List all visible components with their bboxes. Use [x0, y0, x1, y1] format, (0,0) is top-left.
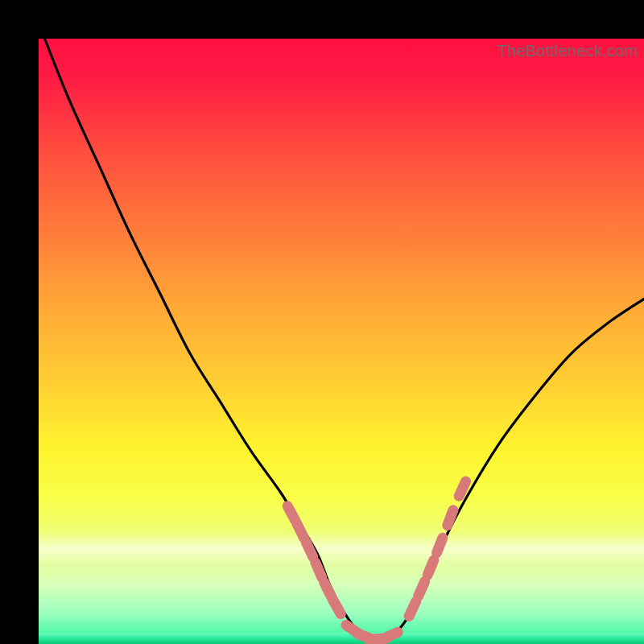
watermark-text: TheBottleneck.com: [497, 42, 638, 60]
curve-marker: [427, 560, 434, 575]
curve-marker: [419, 581, 425, 596]
curve-marker: [437, 538, 443, 553]
curve-svg: [39, 39, 644, 644]
curve-marker: [287, 506, 295, 521]
curve-marker: [324, 582, 332, 597]
curve-marker: [448, 510, 453, 526]
curve-marker: [333, 600, 341, 613]
curve-marker: [459, 481, 465, 496]
curve-marker: [382, 632, 398, 639]
curve-marker: [316, 563, 322, 577]
bottleneck-curve: [45, 39, 644, 644]
curve-marker-capsules: [287, 481, 465, 640]
curve-marker: [409, 601, 415, 616]
chart-frame: TheBottleneck.com: [0, 0, 644, 644]
curve-marker: [297, 523, 304, 538]
plot-area: TheBottleneck.com: [39, 39, 644, 644]
curve-marker: [306, 543, 312, 557]
